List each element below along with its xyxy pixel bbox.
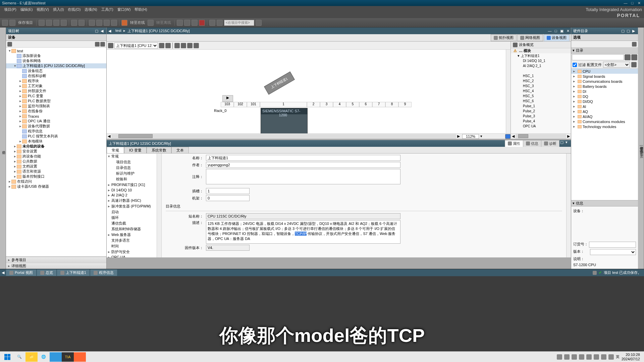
search-go-icon[interactable] [256,20,262,26]
ov-scroll-left-icon[interactable]: ◀ [511,134,516,138]
tb-icon-i[interactable] [217,20,223,26]
breadcrumb-project[interactable]: test [115,28,121,34]
props-nav-item[interactable]: 项目信息 [107,159,157,165]
devices-tab[interactable]: 设备 [8,35,15,40]
search-button[interactable]: 🔍 [13,352,25,362]
tree-node[interactable]: ▸在线备份 [6,109,106,114]
slot-header[interactable]: 103 [221,102,234,107]
tree-node[interactable]: ▸工艺对象 [6,83,106,88]
tree-node[interactable]: ▸公共数据 [6,159,106,164]
canvas-vscroll[interactable] [506,50,511,133]
editor-restore-icon[interactable]: ▣ [559,29,565,33]
tree-node[interactable]: ▾test [6,48,106,53]
app-icon-b[interactable] [74,352,86,362]
menu-view[interactable]: 视图(V) [35,7,51,12]
clock-time[interactable]: 20:10:28 [622,353,640,357]
breadcrumb-device[interactable]: 上下料辊道1 [CPU 1215C DC/DC/Rly] [127,28,190,34]
overview-row[interactable]: ▾上下料辊道1 [511,53,571,58]
rack-expand-button[interactable]: ▶ [222,95,233,102]
catalog-search-input[interactable] [572,54,624,60]
maximize-button[interactable]: □ [629,1,635,5]
sys-const-tab[interactable]: 系统常数 [147,147,171,153]
tb-icon-g[interactable] [192,20,198,26]
info-tab[interactable]: 信息 [523,140,541,147]
topology-view-tab[interactable]: 拓扑视图 [491,34,517,41]
canvas-tool-c-icon[interactable] [165,43,171,48]
tray-icon[interactable] [601,354,606,360]
cat-pin-icon[interactable]: ▶ [631,29,636,33]
tray-icon[interactable] [564,354,570,360]
ime-indicator[interactable]: 英 [616,354,620,359]
menu-edit[interactable]: 编辑(E) [18,7,35,12]
diagnostics-tab[interactable]: 诊断 [541,140,559,147]
slot-header[interactable]: 6 [359,102,372,107]
props-nav-item[interactable]: ▾常规 [107,154,157,159]
catalog-info-header[interactable]: ▾信息 [571,200,638,206]
tree-node[interactable]: ▸Traces [6,114,106,119]
props-content-scroll[interactable] [566,154,571,257]
overview-row[interactable]: Pulse_4 [511,119,571,124]
app-icon-a[interactable] [50,352,62,362]
canvas-tool-b-icon[interactable] [159,43,164,48]
catalog-node[interactable]: ▸DI [571,89,638,94]
clock-date[interactable]: 2024/07/12 [622,357,640,361]
general-tab[interactable]: 常规 [107,147,124,153]
canvas-tool-d-icon[interactable] [174,43,180,48]
tree-node[interactable]: ▸文档设置 [6,164,106,169]
catalog-node[interactable]: ▸DI/DQ [571,99,638,104]
catalog-node[interactable]: ▸Communications boards [571,79,638,84]
props-nav-item[interactable]: 标识与维护 [107,171,157,176]
tree-node[interactable]: 程序信息 [6,129,106,134]
name-input[interactable] [206,155,400,161]
project-search-input[interactable] [224,20,254,26]
catalog-node[interactable]: ▸AI [571,104,638,109]
device-canvas[interactable]: 上下料辊道1 [CPU 1215C] 上下料辊道1 ▶ 103102101123… [107,42,511,139]
menu-insert[interactable]: 插入(I) [51,7,66,12]
props-nav-item[interactable]: 校验和 [107,176,157,182]
overview-row[interactable]: Pulse_2 [511,109,571,114]
tree-node[interactable]: ▸未分组的设备 [6,144,106,149]
catalog-node[interactable]: ▸Communications modules [571,119,638,124]
texts-tab[interactable]: 文本 [171,147,189,153]
editor-max-icon[interactable]: □ [553,29,559,33]
copy-icon[interactable] [46,20,52,26]
project-tree[interactable]: ▾test添加新设备设备和网络▾上下料辊道1 [CPU 1215C DC/DC/… [6,48,106,256]
undo-icon[interactable] [71,20,77,26]
overview-row[interactable]: AI 2/AQ 2_1 [511,63,571,68]
canvas-tool-e-icon[interactable] [181,43,186,48]
right-dock-tabs[interactable]: 硬件目录 | 在线工具 | 任务 | 库 [638,27,644,269]
version-select[interactable] [590,249,636,255]
search-up-icon[interactable] [631,54,637,60]
props-nav-item[interactable]: 循环 [107,215,157,221]
tree-node[interactable]: ▾上下料辊道1 [CPU 1215C DC/DC/Rly] [6,63,106,68]
overview-row[interactable]: HSC_2 [511,78,571,83]
overview-row[interactable]: Pulse_3 [511,114,571,119]
catalog-dir-header[interactable]: ▾目录 [571,48,638,54]
filter-checkbox[interactable] [573,63,577,67]
slot-header[interactable]: 1 [260,102,307,107]
editor-min-icon[interactable]: — [547,29,553,33]
tree-tool-b-icon[interactable] [95,42,100,47]
tray-icon[interactable] [594,354,599,360]
tb-icon-d[interactable] [111,20,117,26]
device-editor-tab[interactable]: 上下料辊道1 [57,269,90,276]
props-nav-item[interactable]: 时间 [107,243,157,249]
tree-tool-c-icon[interactable] [100,42,105,47]
catalog-node[interactable]: ▸AI/AQ [571,114,638,119]
profile-btn-icon[interactable] [631,62,637,67]
menu-project[interactable]: 项目(P) [2,7,18,12]
author-input[interactable] [206,162,400,168]
menu-online[interactable]: 在线(O) [66,7,83,12]
props-nav-item[interactable]: ▸防护与安全 [107,249,157,255]
catalog-node[interactable]: ▸Signal boards [571,74,638,79]
device-selector[interactable]: 上下料辊道1 [CPU 1215C] [114,43,158,49]
slot-header[interactable]: 5 [346,102,359,107]
zoom-icon[interactable] [194,43,199,48]
overview-row[interactable]: HSC_3 [511,83,571,88]
tree-node[interactable]: ▸跨设备功能 [6,154,106,159]
slot-header[interactable]: 7 [372,102,385,107]
tia-portal-icon[interactable]: TIA [62,352,74,362]
props-nav-item[interactable]: 启动 [107,209,157,215]
left-dock-tab[interactable]: 启动 [0,27,6,269]
menu-window[interactable]: 窗口(W) [115,7,133,12]
